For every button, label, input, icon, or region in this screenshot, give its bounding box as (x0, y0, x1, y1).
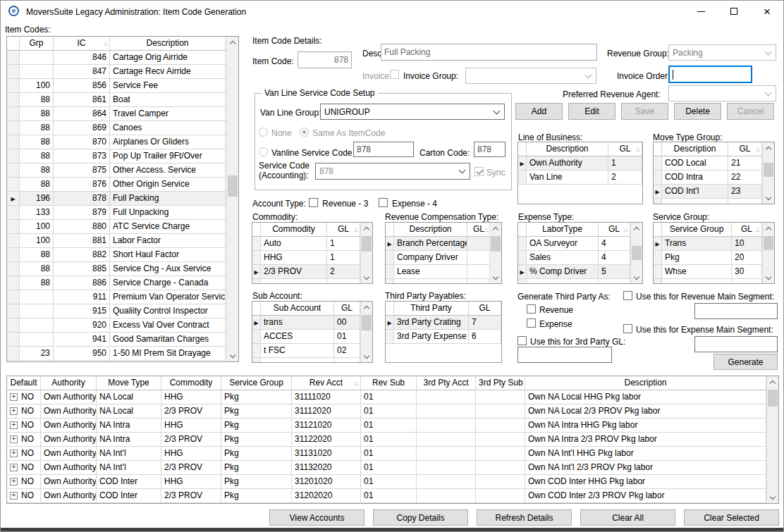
column-header[interactable] (7, 37, 20, 50)
add-button[interactable]: Add (515, 103, 563, 120)
cell[interactable]: 2/3 PROV (161, 433, 221, 446)
cell[interactable]: 31201020 (292, 475, 361, 488)
column-header[interactable]: Default (7, 376, 41, 390)
third-party-payables-grid[interactable]: Third PartyGL▶3rd Party Crating73rd Part… (385, 301, 502, 363)
van-line-group-select[interactable]: UNIGROUP (320, 104, 505, 120)
cell[interactable] (417, 447, 476, 460)
cell[interactable] (7, 220, 20, 233)
cell[interactable]: 885 (54, 262, 110, 276)
cell[interactable]: ▶ (654, 237, 662, 250)
scroll-down-button[interactable] (763, 271, 774, 283)
cell[interactable] (476, 447, 525, 460)
cell[interactable]: 879 (54, 206, 110, 219)
scrollbar-thumb[interactable] (362, 236, 372, 252)
cell[interactable]: 01 (361, 419, 417, 432)
cell[interactable]: 911 (54, 290, 110, 304)
cell[interactable] (7, 206, 20, 219)
cell[interactable]: ATC Service Charge (110, 220, 226, 233)
cell[interactable]: 00 (334, 316, 360, 329)
cell[interactable] (7, 163, 20, 177)
table-row[interactable]: HHG1 (252, 251, 360, 265)
cell[interactable] (654, 265, 662, 278)
cell[interactable] (386, 279, 394, 284)
column-header[interactable]: 3rd Pty Sub (476, 376, 525, 390)
table-row[interactable]: t FSC02 (252, 344, 360, 358)
cell[interactable]: Own COD Inter HHG Pkg labor (525, 475, 766, 488)
column-header[interactable]: Description (110, 37, 226, 50)
cell[interactable]: 01 (361, 433, 417, 446)
cell[interactable] (20, 51, 54, 64)
cell[interactable]: 4 (599, 237, 630, 250)
cell[interactable] (20, 318, 54, 332)
column-header[interactable]: Commodity (161, 376, 221, 390)
cell[interactable] (7, 276, 20, 290)
cell[interactable]: Own Authority (41, 447, 97, 460)
column-header[interactable] (654, 142, 662, 156)
scroll-up-button[interactable] (490, 223, 501, 235)
cell[interactable] (417, 419, 476, 432)
move-type-group-grid[interactable]: DescriptionGL△COD Local21COD Intra22▶COD… (653, 142, 775, 204)
cell[interactable] (417, 475, 476, 488)
cell[interactable]: 873 (54, 149, 110, 163)
cell[interactable]: Own Authority (41, 433, 97, 446)
column-header[interactable]: Service Group (662, 223, 732, 236)
table-row[interactable]: 88875Other Access. Service (7, 163, 226, 178)
cell[interactable]: +NO (7, 447, 41, 460)
cell[interactable]: NA Int'l (97, 447, 161, 460)
cell[interactable]: Service Charge - Canada (110, 276, 226, 290)
table-row[interactable]: 88861Boat (7, 93, 226, 107)
cell[interactable]: Own NA Int'l HHG Pkg labor (525, 447, 766, 460)
cell[interactable]: HHG (161, 475, 221, 488)
cell[interactable]: Own NA Intra 2/3 PROV Pkg labor (525, 433, 766, 446)
cell[interactable] (386, 330, 394, 343)
column-header[interactable] (654, 223, 662, 236)
cell[interactable]: +NO (7, 461, 41, 474)
accounts-grid[interactable]: DefaultAuthorityMove TypeCommodityServic… (6, 376, 779, 504)
cell[interactable]: Trans (662, 237, 732, 250)
column-header[interactable]: GL△ (608, 142, 642, 156)
cell[interactable] (7, 234, 20, 247)
cell[interactable]: 1 (327, 237, 360, 250)
cell[interactable]: 875 (54, 163, 110, 177)
generate-button[interactable]: Generate (713, 354, 778, 370)
cell[interactable] (518, 279, 527, 284)
expand-row-icon[interactable]: + (10, 464, 18, 471)
expense-4-checkbox[interactable] (379, 198, 388, 207)
cell[interactable] (261, 279, 327, 284)
table-row[interactable]: 88869Canoes (7, 121, 226, 135)
cell[interactable]: Own NA Intra HHG Pkg labor (525, 419, 766, 432)
vertical-scrollbar[interactable] (360, 223, 372, 283)
cell[interactable]: 88 (20, 149, 54, 163)
cell[interactable]: Pkg (221, 390, 292, 404)
column-header[interactable]: Authority (41, 376, 97, 390)
cell[interactable] (252, 330, 261, 343)
cell[interactable] (417, 433, 476, 446)
use-3rd-party-gl-checkbox[interactable] (517, 336, 527, 345)
table-row[interactable] (252, 358, 360, 363)
cell[interactable] (654, 171, 662, 184)
cell[interactable]: 30 (732, 265, 762, 278)
table-row[interactable]: Pkg20 (654, 251, 762, 265)
cell[interactable] (7, 178, 20, 191)
table-row[interactable]: 88876Other Origin Service (7, 178, 226, 192)
table-row[interactable]: 941Good Samaritan Charges (7, 333, 226, 347)
cell[interactable] (252, 344, 261, 357)
cell[interactable]: Canoes (110, 121, 226, 135)
cell[interactable] (599, 279, 630, 284)
cell[interactable]: +NO (7, 404, 41, 418)
cell[interactable]: ▶ (518, 156, 527, 170)
table-row[interactable]: Van Line2 (518, 171, 642, 185)
cell[interactable]: 4 (599, 251, 630, 264)
table-row[interactable]: 239501-50 MI Prem Sit Drayage (7, 347, 226, 361)
minimize-button[interactable] (690, 3, 711, 20)
table-row[interactable]: 88870Airplanes Or Gliders (7, 135, 226, 149)
table-row[interactable]: 100856Service Fee (7, 79, 226, 93)
cell[interactable]: 133 (20, 206, 54, 219)
expand-row-icon[interactable]: + (10, 492, 18, 500)
expense-type-grid[interactable]: LaborTypeGL△OA Surveyor4Sales4▶% Comp Dr… (517, 222, 643, 284)
table-row[interactable]: +NOOwn AuthorityNA IntraHHGPkg3112102001… (7, 419, 766, 433)
cell[interactable] (467, 279, 491, 284)
cell[interactable]: 2/3 PROV (261, 265, 327, 278)
cell[interactable] (334, 358, 360, 363)
invoice-order-input[interactable] (668, 66, 752, 83)
